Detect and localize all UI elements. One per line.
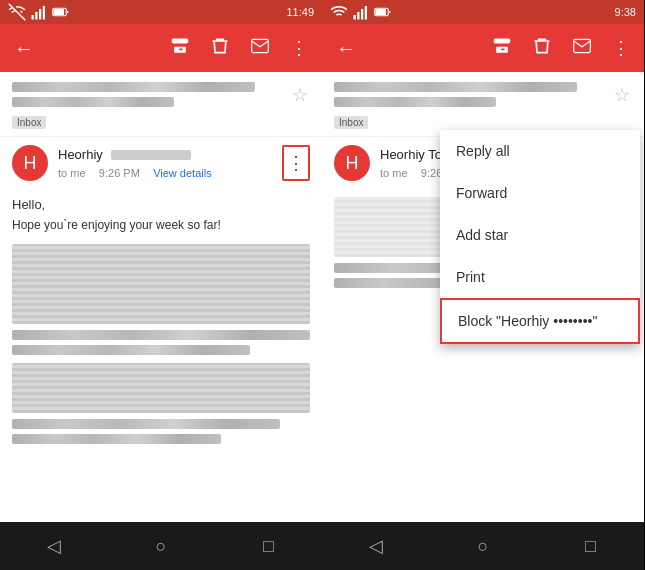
right-sender-to: to me (380, 167, 408, 179)
left-star-button[interactable]: ☆ (290, 82, 310, 108)
left-blur-text-2 (12, 345, 250, 355)
battery-icon-right (374, 3, 392, 21)
right-subject-line-2 (334, 97, 496, 107)
menu-item-add-star[interactable]: Add star (440, 214, 640, 256)
left-email-body: Hello, Hope you`re enjoying your week so… (0, 189, 322, 457)
left-email-time: 9:26 PM (99, 167, 140, 179)
left-sender-meta: to me 9:26 PM View details (58, 163, 258, 181)
left-more-icon[interactable]: ⋮ (284, 33, 314, 63)
right-subject-line-1 (334, 82, 577, 92)
battery-icon-left (52, 3, 70, 21)
left-archive-icon[interactable] (164, 32, 196, 65)
svg-rect-6 (354, 15, 356, 20)
left-blur-image-1 (12, 244, 310, 324)
left-sender-name-row: Heorhiy (58, 145, 258, 163)
signal-icon-right (352, 3, 370, 21)
left-status-icons (8, 3, 70, 21)
right-subject-bar: Inbox ☆ (322, 72, 644, 137)
signal-icon-left (30, 3, 48, 21)
menu-item-reply-all[interactable]: Reply all (440, 130, 640, 172)
left-status-time: 11:49 (286, 6, 314, 18)
right-nav-back[interactable]: ◁ (354, 524, 398, 568)
left-back-button[interactable]: ← (8, 33, 40, 64)
right-bottom-nav: ◁ ○ □ (322, 522, 644, 570)
left-email-content: Inbox ☆ H Heorhiy to me 9:26 PM View det… (0, 72, 322, 522)
left-body-line: Hope you`re enjoying your week so far! (12, 218, 310, 232)
right-nav-home[interactable]: ○ (461, 524, 505, 568)
left-sender-info: Heorhiy to me 9:26 PM View details (58, 145, 258, 181)
svg-rect-11 (376, 9, 387, 15)
left-body-hello: Hello, (12, 197, 310, 212)
left-email-header: H Heorhiy to me 9:26 PM View details ⋮ (0, 137, 322, 189)
svg-rect-1 (35, 12, 37, 20)
wifi-icon-left (8, 3, 26, 21)
menu-item-block[interactable]: Block "Heorhiy ••••••••" (440, 298, 640, 344)
left-subject-text: Inbox (12, 82, 282, 130)
right-email-icon[interactable] (566, 32, 598, 65)
left-subject-bar: Inbox ☆ (0, 72, 322, 137)
left-avatar: H (12, 145, 48, 181)
right-more-icon[interactable]: ⋮ (606, 33, 636, 63)
context-menu: Reply all Forward Add star Print Block "… (440, 130, 640, 344)
left-blur-text-3 (12, 419, 280, 429)
wifi-icon-right (330, 3, 348, 21)
left-app-bar: ← ⋮ (0, 24, 322, 72)
left-sender-to: to me (58, 167, 86, 179)
left-nav-recent[interactable]: □ (246, 524, 290, 568)
left-status-bar: 11:49 (0, 0, 322, 24)
left-subject-line-1 (12, 82, 255, 92)
left-nav-home[interactable]: ○ (139, 524, 183, 568)
left-blur-text-1 (12, 330, 310, 340)
right-panel: 9:38 ← ⋮ Inbox ☆ H (322, 0, 644, 570)
right-app-bar: ← ⋮ (322, 24, 644, 72)
menu-item-forward[interactable]: Forward (440, 172, 640, 214)
left-inbox-badge: Inbox (12, 116, 46, 129)
left-nav-back[interactable]: ◁ (32, 524, 76, 568)
right-status-bar: 9:38 (322, 0, 644, 24)
left-more-button[interactable]: ⋮ (282, 145, 310, 181)
menu-item-print[interactable]: Print (440, 256, 640, 298)
right-back-button[interactable]: ← (330, 33, 362, 64)
left-sender-blur (111, 150, 191, 160)
svg-rect-9 (365, 6, 367, 20)
left-delete-icon[interactable] (204, 32, 236, 65)
left-sender-name: Heorhiy (58, 147, 103, 162)
right-status-time: 9:38 (615, 6, 636, 18)
svg-rect-5 (54, 9, 65, 15)
left-panel: 11:49 ← ⋮ Inbox ☆ H (0, 0, 322, 570)
right-sender-name: Heorhiy To (380, 147, 442, 162)
left-more-dots: ⋮ (287, 152, 305, 174)
svg-rect-8 (361, 9, 363, 20)
right-avatar: H (334, 145, 370, 181)
svg-rect-2 (39, 9, 41, 20)
right-inbox-badge: Inbox (334, 116, 368, 129)
left-email-icon[interactable] (244, 32, 276, 65)
right-nav-recent[interactable]: □ (568, 524, 612, 568)
left-bottom-nav: ◁ ○ □ (0, 522, 322, 570)
right-archive-icon[interactable] (486, 32, 518, 65)
svg-rect-3 (43, 6, 45, 20)
right-subject-text: Inbox (334, 82, 604, 130)
left-blur-image-2 (12, 363, 310, 413)
left-blur-text-4 (12, 434, 221, 444)
left-subject-line-2 (12, 97, 174, 107)
right-status-icons (330, 3, 392, 21)
left-view-details[interactable]: View details (153, 167, 212, 179)
svg-rect-0 (32, 15, 34, 20)
right-delete-icon[interactable] (526, 32, 558, 65)
right-star-button[interactable]: ☆ (612, 82, 632, 108)
svg-rect-7 (357, 12, 359, 20)
